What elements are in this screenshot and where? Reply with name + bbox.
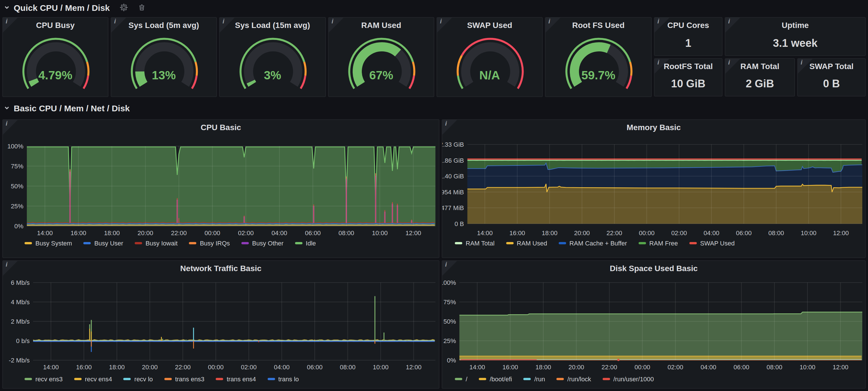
memory-basic-chart[interactable]: 0 B477 MiB954 MiB1.40 GiB1.86 GiB2.33 Gi… bbox=[442, 120, 866, 258]
legend-swatch bbox=[556, 378, 564, 380]
svg-text:10:00: 10:00 bbox=[801, 230, 816, 237]
legend-item[interactable]: Busy Iowait bbox=[135, 240, 178, 247]
svg-text:18:00: 18:00 bbox=[104, 230, 120, 237]
legend-label: trans ens4 bbox=[226, 375, 256, 383]
gauge-ram-used bbox=[329, 18, 434, 97]
gauge-sys-load-5m bbox=[111, 18, 217, 97]
panel-title[interactable]: RAM Total bbox=[725, 62, 795, 71]
svg-text:0 b/s: 0 b/s bbox=[16, 337, 30, 344]
svg-text:04:00: 04:00 bbox=[701, 364, 716, 371]
legend-item[interactable]: SWAP Used bbox=[689, 240, 735, 247]
legend-item[interactable]: Idle bbox=[295, 240, 316, 247]
stat-value: 0 B bbox=[798, 78, 865, 90]
disk-space-used-basic-chart[interactable]: 0%25%50%75%100%14:0016:0018:0020:0022:00… bbox=[442, 261, 866, 389]
legend-item[interactable]: RAM Used bbox=[506, 240, 547, 247]
legend-label: recv ens3 bbox=[35, 375, 62, 383]
legend-item[interactable]: Busy User bbox=[83, 240, 123, 247]
legend-swatch bbox=[455, 242, 462, 244]
legend-label: /boot/efi bbox=[490, 375, 512, 383]
legend-item[interactable]: recv ens3 bbox=[25, 375, 62, 383]
svg-text:02:00: 02:00 bbox=[671, 230, 687, 237]
svg-text:00:00: 00:00 bbox=[208, 364, 224, 371]
memory-basic-legend: RAM TotalRAM UsedRAM Cache + BufferRAM F… bbox=[455, 240, 746, 247]
legend-swatch bbox=[558, 242, 566, 244]
legend-item[interactable]: RAM Free bbox=[638, 240, 678, 247]
legend-swatch bbox=[523, 378, 531, 380]
legend-item[interactable]: recv ens4 bbox=[74, 375, 112, 383]
svg-text:25%: 25% bbox=[11, 203, 23, 210]
legend-swatch bbox=[602, 378, 610, 380]
svg-text:75%: 75% bbox=[11, 163, 23, 170]
legend-item[interactable]: /run/user/1000 bbox=[602, 375, 654, 383]
legend-item[interactable]: /run/lock bbox=[556, 375, 591, 383]
legend-swatch bbox=[216, 378, 223, 380]
row-title[interactable]: Quick CPU / Mem / Disk bbox=[14, 3, 110, 12]
svg-text:100%: 100% bbox=[442, 279, 456, 286]
network-traffic-basic-legend: recv ens3recv ens4recv lotrans ens3trans… bbox=[25, 375, 310, 383]
legend-item[interactable]: / bbox=[455, 375, 467, 383]
svg-text:50%: 50% bbox=[443, 318, 456, 325]
legend-label: /run/lock bbox=[567, 375, 591, 383]
svg-text:00:00: 00:00 bbox=[205, 230, 220, 237]
svg-text:10:00: 10:00 bbox=[800, 364, 815, 371]
trash-icon[interactable] bbox=[138, 3, 146, 11]
panel-title[interactable]: CPU Cores bbox=[655, 21, 722, 30]
legend-label: Busy IRQs bbox=[200, 240, 230, 247]
legend-item[interactable]: RAM Cache + Buffer bbox=[558, 240, 627, 247]
svg-text:08:00: 08:00 bbox=[768, 230, 784, 237]
row-header-basic[interactable]: Basic CPU / Mem / Net / Disk bbox=[0, 100, 434, 115]
stat-value: 1 bbox=[655, 37, 722, 50]
legend-item[interactable]: recv lo bbox=[124, 375, 153, 383]
svg-text:20:00: 20:00 bbox=[568, 364, 584, 371]
svg-text:18:00: 18:00 bbox=[542, 230, 558, 237]
legend-label: Busy Other bbox=[252, 240, 284, 247]
svg-text:477 MiB: 477 MiB bbox=[442, 204, 464, 211]
legend-item[interactable]: trans ens4 bbox=[216, 375, 256, 383]
legend-label: RAM Cache + Buffer bbox=[569, 240, 627, 247]
legend-item[interactable]: Busy System bbox=[25, 240, 72, 247]
gauge-value: 13% bbox=[111, 68, 216, 82]
row-header-quick[interactable]: Quick CPU / Mem / Disk bbox=[0, 0, 434, 15]
svg-text:00:00: 00:00 bbox=[634, 364, 650, 371]
network-traffic-basic-chart[interactable]: -2 Mb/s0 b/s2 Mb/s4 Mb/s6 Mb/s14:0016:00… bbox=[3, 261, 439, 389]
svg-text:100%: 100% bbox=[7, 143, 23, 150]
svg-text:04:00: 04:00 bbox=[704, 230, 719, 237]
panel-ram-total: i RAM Total 2 GiB bbox=[725, 58, 795, 96]
svg-text:1.40 GiB: 1.40 GiB bbox=[442, 173, 464, 180]
stat-value: 10 GiB bbox=[655, 78, 722, 90]
cpu-basic-chart[interactable]: 0%25%50%75%100%14:0016:0018:0020:0022:00… bbox=[3, 120, 439, 258]
legend-item[interactable]: trans lo bbox=[267, 375, 299, 383]
panel-title[interactable]: Uptime bbox=[725, 21, 865, 30]
panel-memory-basic: i Memory Basic 0 B477 MiB954 MiB1.40 GiB… bbox=[442, 119, 866, 258]
legend-item[interactable]: trans ens3 bbox=[164, 375, 205, 383]
svg-text:12:00: 12:00 bbox=[833, 364, 848, 371]
panel-title[interactable]: SWAP Total bbox=[798, 62, 865, 71]
legend-label: trans ens3 bbox=[175, 375, 205, 383]
panel-title[interactable]: RootFS Total bbox=[655, 62, 722, 71]
svg-text:4 Mb/s: 4 Mb/s bbox=[11, 299, 30, 306]
svg-text:0%: 0% bbox=[447, 357, 456, 364]
row-title[interactable]: Basic CPU / Mem / Net / Disk bbox=[14, 103, 130, 113]
svg-text:1.86 GiB: 1.86 GiB bbox=[442, 157, 464, 164]
svg-text:2.33 GiB: 2.33 GiB bbox=[442, 141, 464, 148]
svg-text:22:00: 22:00 bbox=[171, 230, 187, 237]
legend-label: Idle bbox=[306, 240, 316, 247]
legend-item[interactable]: /boot/efi bbox=[479, 375, 512, 383]
chevron-down-icon bbox=[3, 104, 10, 111]
legend-label: /run/user/1000 bbox=[614, 375, 654, 383]
legend-swatch bbox=[135, 242, 142, 244]
legend-item[interactable]: Busy IRQs bbox=[189, 240, 230, 247]
chevron-down-icon bbox=[3, 4, 10, 11]
panel-cpu-basic: i CPU Basic 0%25%50%75%100%14:0016:0018:… bbox=[2, 119, 439, 258]
legend-item[interactable]: Busy Other bbox=[241, 240, 284, 247]
legend-swatch bbox=[25, 378, 32, 380]
legend-swatch bbox=[455, 378, 462, 380]
legend-item[interactable]: RAM Total bbox=[455, 240, 495, 247]
svg-text:18:00: 18:00 bbox=[109, 364, 125, 371]
svg-text:04:00: 04:00 bbox=[274, 364, 290, 371]
svg-text:10:00: 10:00 bbox=[373, 364, 389, 371]
svg-text:0 B: 0 B bbox=[455, 220, 464, 228]
svg-text:02:00: 02:00 bbox=[238, 230, 254, 237]
gear-icon[interactable] bbox=[120, 3, 128, 11]
legend-item[interactable]: /run bbox=[523, 375, 545, 383]
